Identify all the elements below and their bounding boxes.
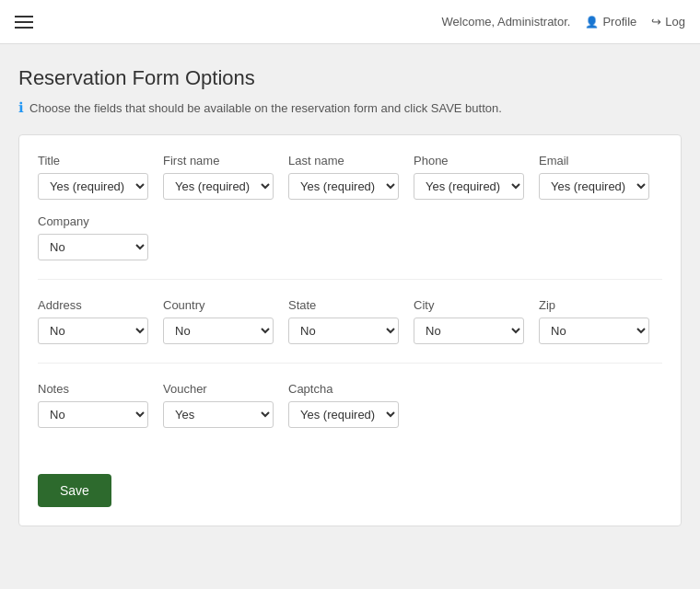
select-voucher[interactable]: No Yes Yes (required) [163,401,274,428]
label-company: Company [38,214,148,228]
info-row: ℹ Choose the fields that should be avail… [18,99,682,116]
select-city[interactable]: No Yes Yes (required) [414,318,524,344]
main-content: Reservation Form Options ℹ Choose the fi… [0,44,700,549]
profile-link[interactable]: Profile [585,15,636,29]
label-voucher: Voucher [163,382,274,396]
field-last-name: Last name No Yes Yes (required) [288,154,399,200]
select-company[interactable]: No Yes Yes (required) [38,234,148,260]
navbar-left [15,16,33,29]
field-first-name: First name No Yes Yes (required) [163,154,274,200]
label-city: City [414,298,524,312]
page-title: Reservation Form Options [18,66,682,90]
select-title[interactable]: No Yes Yes (required) [38,173,148,200]
field-email: Email No Yes Yes (required) [539,154,649,200]
select-captcha[interactable]: No Yes Yes (required) [288,401,399,428]
label-notes: Notes [38,382,148,396]
label-state: State [288,298,399,312]
menu-icon[interactable] [15,16,33,29]
profile-label: Profile [602,15,636,29]
navbar-right: Welcome, Administrator. Profile Log [442,15,685,29]
label-zip: Zip [539,298,649,312]
label-first-name: First name [163,154,274,167]
person-icon [585,15,599,29]
select-first-name[interactable]: No Yes Yes (required) [163,173,274,200]
label-address: Address [38,298,148,312]
field-country: Country No Yes Yes (required) [163,298,274,344]
form-row-3: Notes No Yes Yes (required) Voucher No Y… [38,382,662,446]
label-email: Email [539,154,649,167]
field-company: Company No Yes Yes (required) [38,214,148,260]
info-icon: ℹ [18,99,24,116]
label-captcha: Captcha [288,382,399,396]
select-phone[interactable]: No Yes Yes (required) [414,173,524,200]
select-notes[interactable]: No Yes Yes (required) [38,401,148,428]
field-state: State No Yes Yes (required) [288,298,399,344]
label-phone: Phone [414,154,524,167]
save-button[interactable]: Save [38,474,111,507]
select-zip[interactable]: No Yes Yes (required) [539,318,649,344]
field-title: Title No Yes Yes (required) [38,154,148,200]
select-email[interactable]: No Yes Yes (required) [539,173,649,200]
info-text: Choose the fields that should be availab… [29,101,502,115]
form-card: Title No Yes Yes (required) First name N… [18,134,682,526]
logout-label: Log [665,15,685,29]
form-row-2: Address No Yes Yes (required) Country No… [38,298,662,364]
logout-icon [651,15,661,29]
label-title: Title [38,154,148,167]
field-voucher: Voucher No Yes Yes (required) [163,382,274,428]
welcome-text: Welcome, Administrator. [442,15,571,29]
select-state[interactable]: No Yes Yes (required) [288,318,399,344]
select-last-name[interactable]: No Yes Yes (required) [288,173,399,200]
label-last-name: Last name [288,154,399,167]
field-zip: Zip No Yes Yes (required) [539,298,649,344]
field-city: City No Yes Yes (required) [414,298,524,344]
label-country: Country [163,298,274,312]
form-row-1: Title No Yes Yes (required) First name N… [38,154,662,280]
field-captcha: Captcha No Yes Yes (required) [288,382,399,428]
field-address: Address No Yes Yes (required) [38,298,148,344]
select-address[interactable]: No Yes Yes (required) [38,318,148,344]
select-country[interactable]: No Yes Yes (required) [163,318,274,344]
field-notes: Notes No Yes Yes (required) [38,382,148,428]
logout-link[interactable]: Log [651,15,685,29]
navbar: Welcome, Administrator. Profile Log [0,0,700,44]
field-phone: Phone No Yes Yes (required) [414,154,524,200]
